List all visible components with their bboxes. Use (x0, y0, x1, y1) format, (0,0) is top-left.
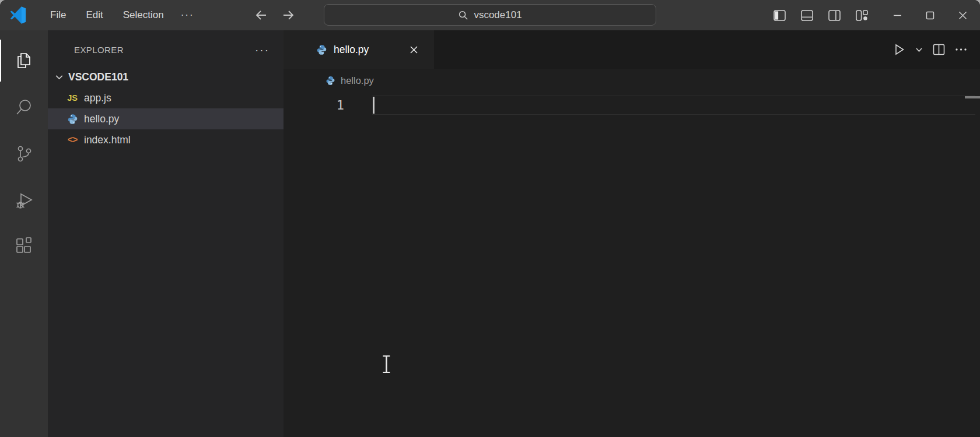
command-center-search[interactable]: vscode101 (324, 4, 656, 26)
activity-bar (0, 30, 48, 437)
files-icon (13, 50, 34, 71)
source-control-icon (13, 143, 34, 164)
folder-label: VSCODE101 (68, 71, 128, 83)
js-icon: JS (67, 93, 78, 103)
maximize-button[interactable] (919, 0, 940, 30)
python-icon (326, 76, 335, 86)
close-window-button[interactable] (952, 0, 973, 30)
explorer-more-actions-button[interactable]: ··· (255, 47, 270, 53)
toggle-secondary-sidebar-icon[interactable] (828, 10, 841, 21)
run-file-icon[interactable] (893, 43, 905, 56)
title-bar: File Edit Selection ··· vscode101 (0, 0, 980, 30)
menu-overflow-button[interactable]: ··· (174, 6, 201, 24)
layout-controls (774, 10, 868, 21)
file-row-hellopy[interactable]: hello.py (48, 108, 284, 129)
file-label: app.js (84, 92, 111, 104)
explorer-header: EXPLORER ··· (48, 30, 284, 66)
minimize-button[interactable] (887, 0, 908, 30)
file-row-appjs[interactable]: JS app.js (48, 87, 284, 108)
python-icon (316, 44, 327, 55)
menu-bar: File Edit Selection ··· (40, 6, 201, 24)
editor-actions (893, 30, 967, 69)
code-editor[interactable]: 1 (284, 92, 980, 437)
go-forward-icon[interactable] (281, 8, 295, 22)
customize-layout-icon[interactable] (856, 10, 868, 21)
menu-edit[interactable]: Edit (76, 6, 113, 24)
tab-hellopy[interactable]: hello.py (284, 30, 434, 69)
search-icon (13, 97, 34, 118)
activitybar-explorer[interactable] (0, 37, 48, 84)
split-editor-icon[interactable] (933, 44, 945, 55)
activitybar-run-debug[interactable] (0, 177, 48, 224)
overview-ruler-cursor-mark (965, 96, 980, 98)
file-label: index.html (84, 134, 131, 146)
editor-group: hello.py (284, 30, 980, 437)
tab-label: hello.py (334, 44, 369, 56)
chevron-down-icon (54, 72, 64, 82)
run-debug-icon (13, 190, 34, 211)
close-tab-icon[interactable] (408, 44, 419, 55)
menu-selection[interactable]: Selection (113, 6, 174, 24)
extensions-icon (13, 237, 34, 258)
html-icon: <> (68, 135, 78, 145)
current-line-highlight (372, 96, 975, 115)
breadcrumb: hello.py (284, 69, 980, 92)
text-caret (373, 97, 374, 114)
command-center-value: vscode101 (474, 9, 522, 21)
editor-tab-bar: hello.py (284, 30, 980, 69)
explorer-sidebar: EXPLORER ··· VSCODE101 JS app.js (48, 30, 284, 437)
ibeam-mouse-cursor-icon (380, 354, 393, 374)
vscode-window: File Edit Selection ··· vscode101 (0, 0, 980, 437)
activitybar-source-control[interactable] (0, 131, 48, 177)
activitybar-search[interactable] (0, 84, 48, 131)
history-navigation (254, 0, 295, 30)
file-row-indexhtml[interactable]: <> index.html (48, 129, 284, 150)
breadcrumb-item-file[interactable]: hello.py (341, 75, 374, 86)
activitybar-extensions[interactable] (0, 224, 48, 270)
more-actions-icon[interactable] (955, 48, 967, 51)
toggle-primary-sidebar-icon[interactable] (774, 10, 786, 21)
vscode-logo-icon (9, 6, 26, 24)
menu-file[interactable]: File (40, 6, 76, 24)
file-label: hello.py (84, 113, 119, 125)
go-back-icon[interactable] (254, 8, 268, 22)
search-icon (458, 10, 468, 20)
folder-row-vscode101[interactable]: VSCODE101 (48, 66, 284, 87)
python-icon (67, 114, 78, 125)
run-dropdown-chevron-icon[interactable] (915, 46, 923, 54)
line-number: 1 (284, 96, 344, 115)
toggle-panel-icon[interactable] (801, 10, 813, 21)
workbench-main: EXPLORER ··· VSCODE101 JS app.js (0, 30, 980, 437)
explorer-title: EXPLORER (74, 45, 124, 55)
titlebar-right-controls (774, 0, 973, 30)
